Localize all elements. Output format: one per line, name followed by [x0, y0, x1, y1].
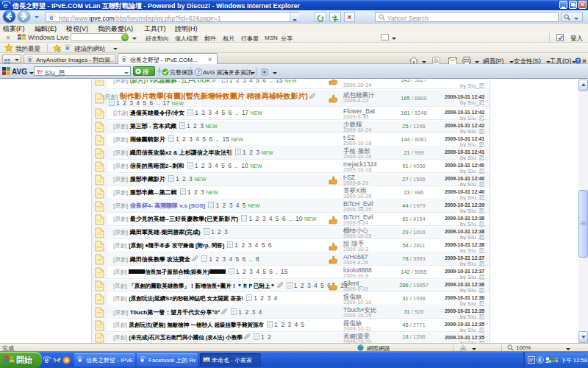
svg-text:e: e [28, 56, 32, 63]
svg-text:?: ? [577, 58, 580, 63]
svg-text:e: e [44, 356, 49, 364]
svg-text:e: e [4, 1, 8, 10]
svg-text:e: e [122, 56, 126, 63]
svg-text:e: e [65, 44, 69, 52]
svg-text:e: e [78, 356, 82, 363]
svg-text:e: e [140, 356, 144, 363]
svg-text:e: e [49, 14, 53, 21]
